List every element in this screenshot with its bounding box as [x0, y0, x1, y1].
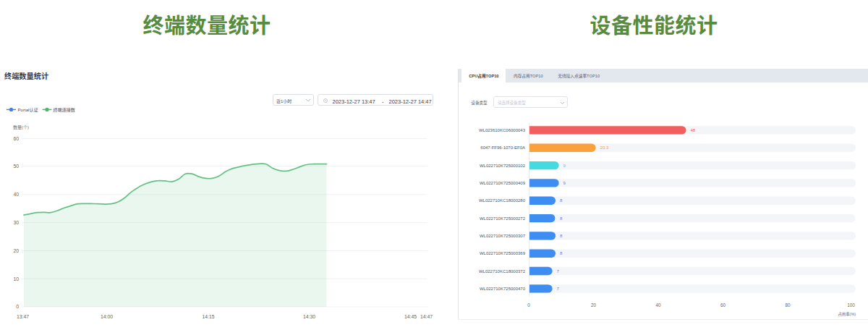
svg-text:WL022710KC18000372: WL022710KC18000372: [479, 268, 526, 274]
svg-text:6047-FF96-1070-EF0A: 6047-FF96-1070-EF0A: [480, 144, 525, 151]
svg-text:40: 40: [655, 302, 661, 308]
svg-text:20: 20: [591, 302, 597, 308]
svg-text:20.3: 20.3: [600, 144, 609, 151]
svg-text:WL022710K725000369: WL022710K725000369: [480, 250, 526, 256]
svg-text:80: 80: [785, 302, 791, 308]
svg-text:WL023610KC06000043: WL023610KC06000043: [479, 127, 526, 133]
svg-text:WL022710K725000272: WL022710K725000272: [480, 215, 526, 221]
svg-text:60: 60: [720, 302, 726, 308]
svg-text:48: 48: [691, 127, 696, 133]
svg-text:WL022710K725000307: WL022710K725000307: [480, 232, 526, 239]
svg-text:WL022710K725000409: WL022710K725000409: [480, 179, 526, 186]
svg-text:占用率(%): 占用率(%): [838, 311, 856, 317]
svg-text:100: 100: [847, 302, 855, 308]
svg-text:WL022710K725000470: WL022710K725000470: [480, 285, 526, 292]
svg-text:0: 0: [527, 302, 530, 308]
svg-text:WL022710KC18000280: WL022710KC18000280: [479, 197, 526, 203]
svg-text:WL022710K725000102: WL022710K725000102: [480, 162, 526, 169]
